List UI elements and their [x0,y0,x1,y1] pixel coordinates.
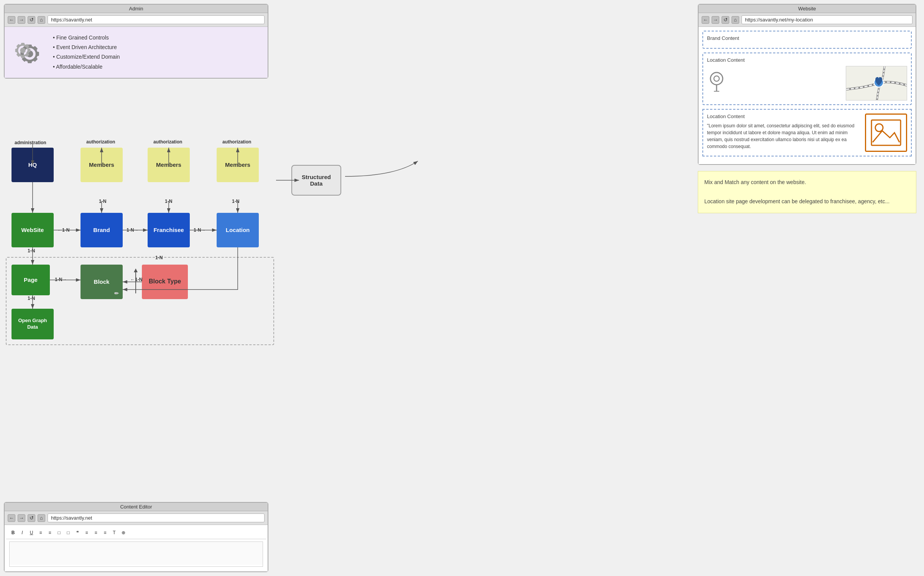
admin-url-bar[interactable]: https://savantly.net [48,15,265,24]
location-pin-icon [707,70,726,97]
admin-content: Fine Grained Controls Event Driven Archi… [5,27,268,78]
home-btn[interactable]: ⌂ [38,16,45,24]
back-btn-editor[interactable]: ← [8,514,15,522]
rel-label: 1-N [28,248,35,253]
list2-btn[interactable]: ≡ [46,529,54,537]
members1-box: Members [81,148,123,182]
website-titlebar: Website [699,5,916,13]
box2-btn[interactable]: □ [64,529,72,537]
refresh-btn-editor[interactable]: ↺ [28,514,35,522]
editor-titlebar: Content Editor [5,503,268,511]
svg-point-11 [20,48,25,53]
feature-item: Customize/Extend Domain [53,52,120,62]
forward-btn-editor[interactable]: → [18,514,25,522]
underline-btn[interactable]: U [28,529,35,537]
brand-box: Brand [81,213,123,247]
align-right-btn[interactable]: ≡ [101,529,109,537]
website-browser-window: Website ← → ↺ ⌂ https://savantly.net/my-… [698,4,916,165]
bold-btn[interactable]: B [9,529,17,537]
franchisee-box: Franchisee [148,213,190,247]
image-placeholder [865,114,907,152]
diagram-to-sd-arrow [274,173,305,188]
text-format-btn[interactable]: T [110,529,118,537]
note-box: Mix and Match any content on the website… [698,171,916,213]
align-center-btn[interactable]: ≡ [92,529,100,537]
admin-features-list: Fine Grained Controls Event Driven Archi… [53,33,120,72]
sd-to-website-arrow [341,146,449,192]
location-content-label-1: Location Content [707,57,907,63]
quote-btn[interactable]: ❝ [74,529,81,537]
rel-label: 1-N [99,199,106,204]
svg-point-38 [714,76,719,81]
box1-btn[interactable]: □ [55,529,63,537]
hq-box: HQ [12,148,54,182]
lorem-text: "Lorem ipsum dolor sit amet, consectetur… [707,122,861,150]
rel-label: 1-N [232,199,239,204]
page-box: Page [12,265,50,295]
admin-titlebar: Admin [5,5,268,13]
note-line-1: Mix and Match any content on the website… [704,178,910,187]
align-left-btn[interactable]: ≡ [83,529,90,537]
auth-label-2: authorization [153,139,182,145]
svg-rect-18 [15,49,18,52]
rel-label: 1-N [155,255,163,260]
note-line-2: Location site page development can be de… [704,197,910,206]
refresh-btn-website[interactable]: ↺ [722,16,729,24]
website-url-bar[interactable]: https://savantly.net/my-location [742,15,912,24]
editor-format-toolbar: B I U ≡ ≡ □ □ ❝ ≡ ≡ ≡ T ⊕ [6,527,266,539]
location-text-area: Location Content "Lorem ipsum dolor sit … [707,114,861,152]
up-arrow-line [135,270,136,293]
svg-rect-12 [21,43,25,45]
rel-label: 1-N→ [127,227,138,233]
feature-item: Event Driven Architecture [53,43,120,52]
back-btn-website[interactable]: ← [702,16,709,24]
editor-textarea[interactable] [10,542,263,565]
location-box: Location [217,213,259,247]
website-content: Brand Content Location Content [699,27,916,164]
admin-label: administration [15,140,46,145]
brand-content-label: Brand Content [707,35,907,41]
website-toolbar: ← → ↺ ⌂ https://savantly.net/my-location [699,13,916,27]
home-btn-editor[interactable]: ⌂ [38,514,45,522]
link-btn[interactable]: ⊕ [120,529,127,537]
rel-label: 1-N [28,296,35,301]
svg-rect-3 [33,46,38,51]
forward-btn[interactable]: → [18,16,25,24]
feature-item: Fine Grained Controls [53,33,120,43]
svg-rect-14 [28,49,30,52]
svg-rect-5 [33,57,38,62]
rel-label: 1-N→ [55,277,67,282]
rel-label: ←1-N [58,227,69,233]
svg-point-37 [710,72,723,85]
up-arrow-head [134,268,138,272]
home-btn-website[interactable]: ⌂ [732,16,739,24]
diagram-area: administration authorization authorizati… [4,82,280,343]
opengraph-box: Open GraphData [12,309,54,339]
website-box: WebSite [12,213,54,247]
gear-icon [11,35,45,69]
rel-label: 1-N [165,199,172,204]
admin-browser-window: Admin ← → ↺ ⌂ https://savantly.net [4,4,268,79]
members2-box: Members [148,148,190,182]
forward-btn-website[interactable]: → [712,16,719,24]
content-editor-window: Content Editor ← → ↺ ⌂ https://savantly.… [4,502,268,572]
blocktype-box: Block Type [142,265,188,299]
brand-content-section: Brand Content [702,31,912,49]
back-btn[interactable]: ← [8,16,15,24]
editor-toolbar-outer: ← → ↺ ⌂ https://savantly.net [5,511,268,525]
svg-rect-6 [28,61,32,63]
rel-label: ←1-N [130,277,142,282]
editor-body: B I U ≡ ≡ □ □ ❝ ≡ ≡ ≡ T ⊕ [5,525,268,571]
refresh-btn[interactable]: ↺ [28,16,35,24]
italic-btn[interactable]: I [18,529,26,537]
editor-url-bar[interactable]: https://savantly.net [48,513,265,522]
svg-rect-19 [16,44,20,48]
location-content-section-1: Location Content [702,53,912,105]
list-btn[interactable]: ≡ [37,529,44,537]
editor-input-border [9,541,263,567]
right-panel: Website ← → ↺ ⌂ https://savantly.net/my-… [698,4,916,213]
left-panel: Admin ← → ↺ ⌂ https://savantly.net [4,4,280,343]
location-content-section-2: Location Content "Lorem ipsum dolor sit … [702,109,912,156]
edit-icon: ✏ [114,290,119,297]
svg-rect-4 [36,52,39,56]
